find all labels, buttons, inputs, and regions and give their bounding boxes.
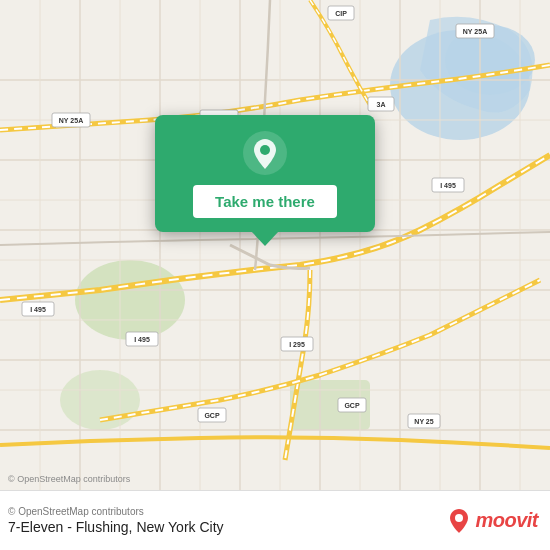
moovit-pin-icon [445,507,473,535]
svg-point-5 [60,370,140,430]
svg-text:I 495: I 495 [30,306,46,313]
svg-text:NY 25: NY 25 [414,418,433,425]
svg-text:I 295: I 295 [289,341,305,348]
map-container: CIP NY 25A NY 25A NY 25A 3A I 495 I 495 … [0,0,550,490]
svg-text:CIP: CIP [335,10,347,17]
copyright-text: © OpenStreetMap contributors [8,506,224,517]
svg-point-3 [75,260,185,340]
bottom-bar: © OpenStreetMap contributors 7-Eleven - … [0,490,550,550]
svg-text:NY 25A: NY 25A [59,117,83,124]
svg-text:NY 25A: NY 25A [463,28,487,35]
moovit-brand-text: moovit [475,509,538,532]
take-me-there-button[interactable]: Take me there [193,185,337,218]
svg-point-56 [260,145,270,155]
location-pin-icon [243,131,287,175]
svg-text:3A: 3A [377,101,386,108]
svg-text:I 495: I 495 [440,182,456,189]
svg-point-57 [455,514,463,522]
svg-text:GCP: GCP [204,412,220,419]
moovit-logo: moovit [445,507,538,535]
location-name: 7-Eleven - Flushing, New York City [8,519,224,535]
svg-text:© OpenStreetMap contributors: © OpenStreetMap contributors [8,474,131,484]
svg-text:GCP: GCP [344,402,360,409]
svg-text:I 495: I 495 [134,336,150,343]
popup-card: Take me there [155,115,375,232]
location-info: © OpenStreetMap contributors 7-Eleven - … [8,506,224,535]
